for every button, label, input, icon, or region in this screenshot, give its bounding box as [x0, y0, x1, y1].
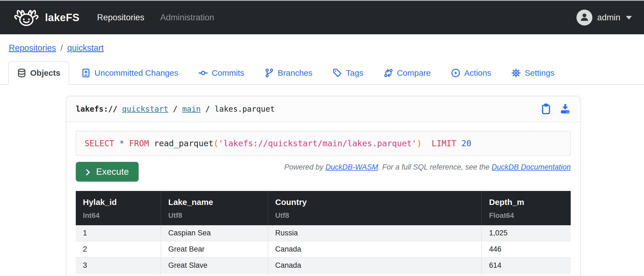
card-body: SELECT * FROM read_parquet('lakefs://qui…: [66, 122, 580, 276]
breadcrumb-repositories[interactable]: Repositories: [9, 43, 56, 53]
duckdb-docs-link[interactable]: DuckDB Documentation: [492, 163, 571, 171]
powered-prefix: Powered by: [284, 163, 326, 171]
column-type: Utf8: [275, 211, 474, 220]
column-name: Depth_m: [489, 198, 564, 207]
chevron-right-icon: [84, 168, 92, 176]
column-header-lake_name: Lake_nameUtf8: [161, 191, 268, 225]
tab-label: Objects: [30, 68, 60, 78]
column-header-hylak_id: Hylak_idInt64: [76, 191, 161, 225]
column-name: Country: [275, 198, 474, 207]
tab-actions[interactable]: Actions: [443, 62, 499, 84]
table-cell: 2: [76, 241, 161, 257]
breadcrumb-quickstart[interactable]: quickstart: [67, 43, 104, 53]
table-cell: 3: [76, 257, 161, 274]
path-separator: /: [173, 105, 178, 114]
results-body: 1Caspian SeaRussia1,0252Great BearCanada…: [76, 225, 571, 276]
person-icon: [579, 12, 589, 23]
table-row: 3Great SlaveCanada614: [76, 257, 571, 274]
copy-icon[interactable]: [541, 103, 551, 114]
table-cell: 36: [481, 274, 571, 276]
tab-settings[interactable]: Settings: [503, 62, 562, 84]
sql-token: [124, 139, 129, 148]
tab-bar: ObjectsUncommitted ChangesCommitsBranche…: [0, 60, 644, 85]
object-path-header: lakefs:// quickstart / main / lakes.parq…: [66, 96, 580, 122]
header-actions: [541, 103, 571, 114]
table-row: 4WinnipegCanada36: [76, 274, 571, 276]
tab-compare[interactable]: Compare: [376, 62, 439, 84]
sql-token: 'lakefs://quickstart/main/lakes.parquet': [219, 139, 417, 148]
path-repo-link[interactable]: quickstart: [122, 105, 169, 114]
path-scheme: lakefs://: [76, 105, 117, 114]
table-cell: Caspian Sea: [161, 225, 268, 241]
path-branch-link[interactable]: main: [182, 105, 201, 114]
execute-button[interactable]: Execute: [76, 162, 139, 182]
sql-token: [149, 139, 154, 148]
tab-uncommitted-changes[interactable]: Uncommitted Changes: [73, 62, 186, 84]
table-cell: 4: [76, 274, 161, 276]
tab-commits[interactable]: Commits: [190, 62, 252, 84]
tab-label: Settings: [525, 68, 554, 78]
brand[interactable]: lakeFS: [12, 6, 80, 29]
tab-label: Actions: [464, 68, 491, 78]
commit-icon: [198, 68, 208, 78]
table-cell: Great Slave: [161, 257, 268, 274]
object-viewer-card: lakefs:// quickstart / main / lakes.parq…: [66, 96, 581, 276]
avatar: [576, 10, 592, 26]
chevron-down-icon: [626, 16, 632, 19]
table-cell: Russia: [268, 225, 482, 241]
meta-row: Execute Powered by DuckDB-WASM. For a fu…: [76, 161, 571, 182]
sql-token: (: [214, 139, 219, 148]
table-cell: Canada: [268, 274, 482, 276]
tab-label: Uncommitted Changes: [94, 68, 178, 78]
powered-middle: . For a full SQL reference, see the: [378, 163, 492, 171]
results-table: Hylak_idInt64Lake_nameUtf8CountryUtf8Dep…: [76, 191, 571, 276]
column-header-country: CountryUtf8: [268, 191, 482, 225]
table-row: 2Great BearCanada446: [76, 241, 571, 257]
user-name: admin: [597, 13, 620, 22]
table-row: 1Caspian SeaRussia1,025: [76, 225, 571, 241]
sql-token: [422, 139, 432, 148]
table-cell: 1: [76, 225, 161, 241]
duckdb-wasm-link[interactable]: DuckDB-WASM: [326, 163, 378, 171]
nav-item-administration[interactable]: Administration: [160, 13, 214, 22]
nav-item-repositories[interactable]: Repositories: [97, 13, 144, 22]
database-icon: [17, 68, 26, 78]
table-cell: Canada: [268, 257, 482, 274]
tab-objects[interactable]: Objects: [8, 61, 69, 85]
column-name: Lake_name: [168, 198, 260, 207]
results-header-row: Hylak_idInt64Lake_nameUtf8CountryUtf8Dep…: [76, 191, 571, 225]
column-type: Int64: [83, 211, 153, 220]
branch-icon: [265, 68, 274, 78]
path-separator: /: [205, 105, 210, 114]
sql-token: [457, 139, 461, 148]
brand-name: lakeFS: [45, 12, 80, 24]
user-menu[interactable]: admin: [576, 10, 632, 26]
sql-token: *: [119, 139, 124, 148]
sql-token: 20: [461, 139, 471, 148]
table-cell: Great Bear: [161, 241, 268, 257]
execute-label: Execute: [96, 167, 129, 177]
breadcrumb: Repositories/quickstart: [0, 34, 644, 60]
lakefs-logo-icon: [12, 6, 41, 29]
column-type: Utf8: [168, 211, 260, 220]
column-type: Float64: [489, 211, 564, 220]
sql-token: [114, 139, 119, 148]
tab-label: Branches: [278, 68, 313, 78]
sql-token: SELECT: [85, 139, 114, 148]
sql-token: ): [417, 139, 422, 148]
sql-editor[interactable]: SELECT * FROM read_parquet('lakefs://qui…: [76, 131, 571, 156]
breadcrumb-separator: /: [60, 43, 63, 53]
table-cell: 446: [481, 241, 571, 257]
navbar: lakeFS RepositoriesAdministration admin: [0, 1, 644, 34]
tab-branches[interactable]: Branches: [256, 62, 321, 84]
table-cell: Winnipeg: [161, 274, 268, 276]
powered-by-text: Powered by DuckDB-WASM. For a full SQL r…: [284, 163, 571, 171]
tab-tags[interactable]: Tags: [324, 62, 371, 84]
table-cell: Canada: [268, 241, 482, 257]
gear-icon: [511, 68, 521, 78]
tab-label: Tags: [346, 68, 363, 78]
table-cell: 1,025: [481, 225, 571, 241]
download-icon[interactable]: [560, 103, 571, 114]
navbar-links: RepositoriesAdministration: [97, 13, 214, 22]
sql-token: FROM: [129, 139, 149, 148]
